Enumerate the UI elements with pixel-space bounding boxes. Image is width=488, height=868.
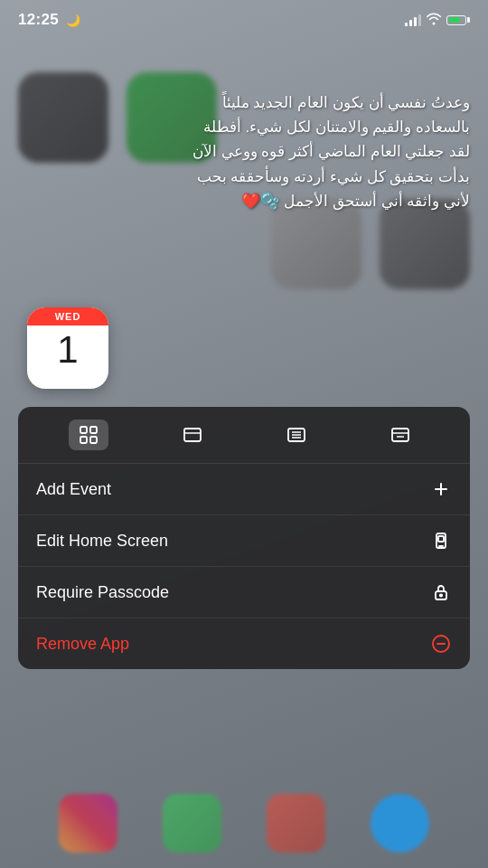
edit-home-screen-label: Edit Home Screen (36, 532, 168, 551)
require-passcode-label: Require Passcode (36, 583, 169, 602)
dock-icon-phone[interactable] (163, 794, 221, 853)
lock-icon (430, 581, 452, 603)
view-btn-list[interactable] (277, 420, 316, 450)
menu-item-require-passcode[interactable]: Require Passcode (18, 567, 470, 618)
svg-rect-17 (438, 536, 444, 542)
svg-rect-0 (80, 427, 87, 433)
moon-icon: 🌙 (66, 14, 80, 27)
dock-icon-safari[interactable] (371, 794, 429, 853)
svg-rect-10 (392, 429, 408, 441)
view-btn-card[interactable] (173, 420, 212, 450)
view-btn-grid[interactable] (69, 420, 108, 450)
menu-item-add-event[interactable]: Add Event (18, 464, 470, 515)
view-btn-detail[interactable] (380, 420, 420, 450)
arabic-text-overlay: وعدتُ نفسي أن يكون العام الجديد مليئاً ب… (181, 90, 470, 213)
svg-point-19 (440, 594, 442, 596)
svg-rect-3 (90, 437, 97, 443)
menu-item-edit-home-screen[interactable]: Edit Home Screen (18, 515, 470, 567)
dock-icon-messages[interactable] (267, 794, 325, 853)
svg-rect-2 (80, 437, 87, 443)
dock (0, 778, 488, 868)
svg-rect-4 (184, 429, 201, 441)
status-icons (405, 13, 470, 28)
svg-rect-1 (90, 427, 97, 433)
remove-app-label: Remove App (36, 635, 129, 654)
calendar-date-number: 1 (57, 329, 78, 371)
minus-circle-icon (430, 633, 452, 655)
battery-icon (446, 15, 470, 25)
phone-screen-icon (430, 530, 452, 552)
signal-icon (405, 14, 421, 26)
status-bar: 12:25 🌙 (0, 0, 488, 40)
add-event-label: Add Event (36, 480, 111, 499)
plus-icon (430, 478, 452, 500)
view-switcher-row (18, 407, 470, 464)
dock-icon-instagram[interactable] (59, 794, 117, 853)
status-time: 12:25 (18, 11, 59, 29)
menu-item-remove-app[interactable]: Remove App (18, 618, 470, 669)
bg-app-icon (18, 72, 108, 163)
context-menu: Add Event Edit Home Screen Require Passc… (18, 407, 470, 669)
calendar-app-icon[interactable]: WED 1 (27, 307, 108, 389)
wifi-icon (427, 13, 441, 28)
calendar-day-label: WED (27, 307, 108, 326)
